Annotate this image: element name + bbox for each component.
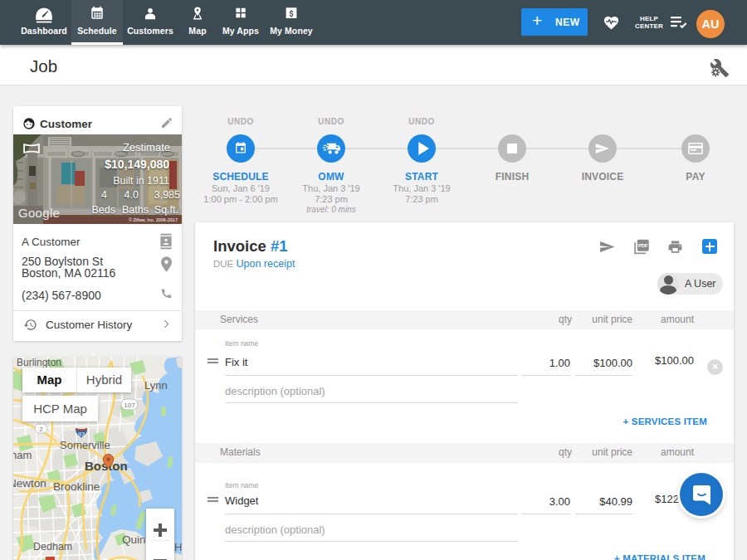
svg-text:107: 107 [124, 402, 135, 409]
svg-text:PDF: PDF [638, 242, 648, 248]
svg-text:Hi: Hi [174, 541, 182, 553]
svg-text:Brookline: Brookline [53, 480, 100, 493]
svg-text:Burlington: Burlington [17, 357, 61, 368]
svg-text:Lynn: Lynn [144, 379, 168, 392]
svg-text:93: 93 [78, 431, 85, 438]
svg-text:Somerville: Somerville [60, 439, 110, 451]
svg-text:Newton: Newton [13, 477, 46, 489]
svg-text:2: 2 [39, 426, 43, 433]
svg-text:ham: ham [13, 449, 32, 461]
svg-text:Dedham: Dedham [33, 541, 72, 553]
